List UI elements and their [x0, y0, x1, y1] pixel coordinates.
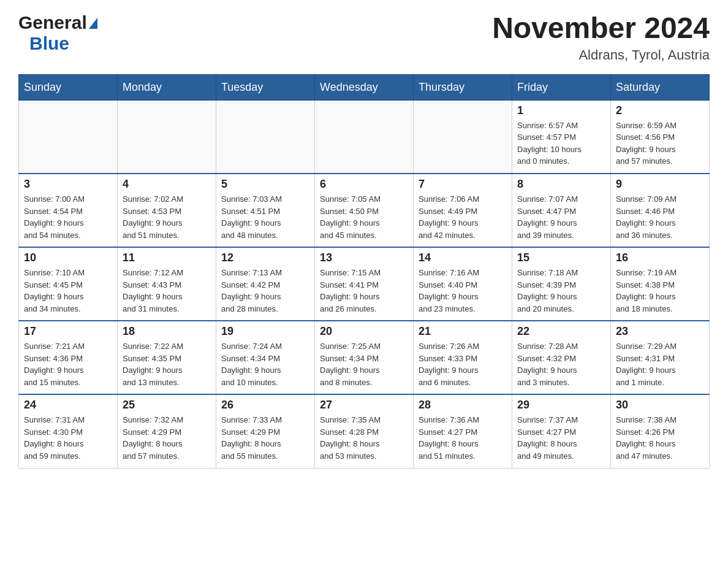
- day-number: 29: [517, 399, 605, 412]
- title-block: November 2024 Aldrans, Tyrol, Austria: [492, 12, 710, 63]
- calendar-cell: 4Sunrise: 7:02 AM Sunset: 4:53 PM Daylig…: [118, 174, 216, 247]
- day-number: 17: [24, 325, 112, 338]
- day-number: 6: [320, 178, 408, 191]
- logo: General Blue: [18, 12, 97, 54]
- day-info: Sunrise: 7:00 AM Sunset: 4:54 PM Dayligh…: [24, 193, 112, 241]
- day-info: Sunrise: 7:26 AM Sunset: 4:33 PM Dayligh…: [419, 340, 507, 388]
- day-info: Sunrise: 7:02 AM Sunset: 4:53 PM Dayligh…: [123, 193, 211, 241]
- calendar-cell: [19, 100, 118, 174]
- weekday-header-tuesday: Tuesday: [216, 74, 315, 100]
- week-row-2: 3Sunrise: 7:00 AM Sunset: 4:54 PM Daylig…: [19, 174, 710, 247]
- day-info: Sunrise: 7:12 AM Sunset: 4:43 PM Dayligh…: [123, 267, 211, 315]
- weekday-header-sunday: Sunday: [19, 74, 118, 100]
- day-number: 4: [123, 178, 211, 191]
- day-number: 30: [616, 399, 704, 412]
- day-info: Sunrise: 7:07 AM Sunset: 4:47 PM Dayligh…: [517, 193, 605, 241]
- calendar-cell: [216, 100, 315, 174]
- calendar-cell: 27Sunrise: 7:35 AM Sunset: 4:28 PM Dayli…: [315, 394, 414, 468]
- calendar-cell: 9Sunrise: 7:09 AM Sunset: 4:46 PM Daylig…: [611, 174, 710, 247]
- day-info: Sunrise: 7:29 AM Sunset: 4:31 PM Dayligh…: [616, 340, 704, 388]
- weekday-header-monday: Monday: [118, 74, 216, 100]
- calendar-cell: 13Sunrise: 7:15 AM Sunset: 4:41 PM Dayli…: [315, 247, 414, 321]
- day-info: Sunrise: 7:24 AM Sunset: 4:34 PM Dayligh…: [221, 340, 309, 388]
- calendar-cell: 10Sunrise: 7:10 AM Sunset: 4:45 PM Dayli…: [19, 247, 118, 321]
- day-number: 24: [24, 399, 112, 412]
- calendar-cell: 8Sunrise: 7:07 AM Sunset: 4:47 PM Daylig…: [512, 174, 611, 247]
- calendar-cell: 12Sunrise: 7:13 AM Sunset: 4:42 PM Dayli…: [216, 247, 315, 321]
- day-number: 10: [24, 251, 112, 264]
- calendar-cell: [118, 100, 216, 174]
- calendar-cell: 7Sunrise: 7:06 AM Sunset: 4:49 PM Daylig…: [414, 174, 512, 247]
- day-info: Sunrise: 7:13 AM Sunset: 4:42 PM Dayligh…: [221, 267, 309, 315]
- page-header: General Blue November 2024 Aldrans, Tyro…: [18, 12, 710, 63]
- day-number: 11: [123, 251, 211, 264]
- day-number: 14: [419, 251, 507, 264]
- calendar-cell: 20Sunrise: 7:25 AM Sunset: 4:34 PM Dayli…: [315, 321, 414, 394]
- month-title: November 2024: [492, 12, 710, 45]
- calendar-cell: 22Sunrise: 7:28 AM Sunset: 4:32 PM Dayli…: [512, 321, 611, 394]
- calendar-cell: 18Sunrise: 7:22 AM Sunset: 4:35 PM Dayli…: [118, 321, 216, 394]
- day-info: Sunrise: 7:09 AM Sunset: 4:46 PM Dayligh…: [616, 193, 704, 241]
- day-info: Sunrise: 7:18 AM Sunset: 4:39 PM Dayligh…: [517, 267, 605, 315]
- day-info: Sunrise: 7:38 AM Sunset: 4:26 PM Dayligh…: [616, 414, 704, 462]
- calendar-cell: 19Sunrise: 7:24 AM Sunset: 4:34 PM Dayli…: [216, 321, 315, 394]
- calendar-cell: 21Sunrise: 7:26 AM Sunset: 4:33 PM Dayli…: [414, 321, 512, 394]
- calendar-cell: 25Sunrise: 7:32 AM Sunset: 4:29 PM Dayli…: [118, 394, 216, 468]
- day-number: 22: [517, 325, 605, 338]
- weekday-header-wednesday: Wednesday: [315, 74, 414, 100]
- day-number: 25: [123, 399, 211, 412]
- calendar-cell: 3Sunrise: 7:00 AM Sunset: 4:54 PM Daylig…: [19, 174, 118, 247]
- logo-blue-text: Blue: [29, 33, 69, 54]
- day-number: 1: [517, 104, 605, 117]
- day-number: 27: [320, 399, 408, 412]
- day-info: Sunrise: 7:22 AM Sunset: 4:35 PM Dayligh…: [123, 340, 211, 388]
- day-number: 23: [616, 325, 704, 338]
- day-info: Sunrise: 7:33 AM Sunset: 4:29 PM Dayligh…: [221, 414, 309, 462]
- day-info: Sunrise: 7:06 AM Sunset: 4:49 PM Dayligh…: [419, 193, 507, 241]
- calendar-cell: 11Sunrise: 7:12 AM Sunset: 4:43 PM Dayli…: [118, 247, 216, 321]
- day-info: Sunrise: 7:16 AM Sunset: 4:40 PM Dayligh…: [419, 267, 507, 315]
- day-number: 9: [616, 178, 704, 191]
- calendar-table: SundayMondayTuesdayWednesdayThursdayFrid…: [18, 74, 710, 469]
- day-number: 3: [24, 178, 112, 191]
- day-number: 26: [221, 399, 309, 412]
- day-number: 13: [320, 251, 408, 264]
- day-info: Sunrise: 7:21 AM Sunset: 4:36 PM Dayligh…: [24, 340, 112, 388]
- day-info: Sunrise: 6:57 AM Sunset: 4:57 PM Dayligh…: [517, 120, 605, 167]
- logo-triangle-icon: [89, 18, 97, 29]
- day-number: 7: [419, 178, 507, 191]
- day-info: Sunrise: 7:10 AM Sunset: 4:45 PM Dayligh…: [24, 267, 112, 315]
- calendar-cell: 14Sunrise: 7:16 AM Sunset: 4:40 PM Dayli…: [414, 247, 512, 321]
- day-info: Sunrise: 7:31 AM Sunset: 4:30 PM Dayligh…: [24, 414, 112, 462]
- calendar-cell: 26Sunrise: 7:33 AM Sunset: 4:29 PM Dayli…: [216, 394, 315, 468]
- week-row-1: 1Sunrise: 6:57 AM Sunset: 4:57 PM Daylig…: [19, 100, 710, 174]
- day-number: 21: [419, 325, 507, 338]
- weekday-header-saturday: Saturday: [611, 74, 710, 100]
- day-info: Sunrise: 7:32 AM Sunset: 4:29 PM Dayligh…: [123, 414, 211, 462]
- week-row-3: 10Sunrise: 7:10 AM Sunset: 4:45 PM Dayli…: [19, 247, 710, 321]
- day-number: 12: [221, 251, 309, 264]
- weekday-header-friday: Friday: [512, 74, 611, 100]
- calendar-cell: 15Sunrise: 7:18 AM Sunset: 4:39 PM Dayli…: [512, 247, 611, 321]
- calendar-cell: 16Sunrise: 7:19 AM Sunset: 4:38 PM Dayli…: [611, 247, 710, 321]
- day-info: Sunrise: 7:15 AM Sunset: 4:41 PM Dayligh…: [320, 267, 408, 315]
- day-number: 20: [320, 325, 408, 338]
- day-number: 15: [517, 251, 605, 264]
- day-info: Sunrise: 7:03 AM Sunset: 4:51 PM Dayligh…: [221, 193, 309, 241]
- day-info: Sunrise: 7:37 AM Sunset: 4:27 PM Dayligh…: [517, 414, 605, 462]
- day-number: 28: [419, 399, 507, 412]
- week-row-5: 24Sunrise: 7:31 AM Sunset: 4:30 PM Dayli…: [19, 394, 710, 468]
- calendar-cell: 28Sunrise: 7:36 AM Sunset: 4:27 PM Dayli…: [414, 394, 512, 468]
- calendar-cell: 24Sunrise: 7:31 AM Sunset: 4:30 PM Dayli…: [19, 394, 118, 468]
- weekday-header-thursday: Thursday: [414, 74, 512, 100]
- calendar-cell: 6Sunrise: 7:05 AM Sunset: 4:50 PM Daylig…: [315, 174, 414, 247]
- day-number: 2: [616, 104, 704, 117]
- day-info: Sunrise: 7:36 AM Sunset: 4:27 PM Dayligh…: [419, 414, 507, 462]
- calendar-cell: 1Sunrise: 6:57 AM Sunset: 4:57 PM Daylig…: [512, 100, 611, 174]
- day-info: Sunrise: 6:59 AM Sunset: 4:56 PM Dayligh…: [616, 120, 704, 167]
- calendar-cell: [414, 100, 512, 174]
- calendar-cell: 30Sunrise: 7:38 AM Sunset: 4:26 PM Dayli…: [611, 394, 710, 468]
- day-number: 18: [123, 325, 211, 338]
- location: Aldrans, Tyrol, Austria: [492, 47, 710, 63]
- day-number: 8: [517, 178, 605, 191]
